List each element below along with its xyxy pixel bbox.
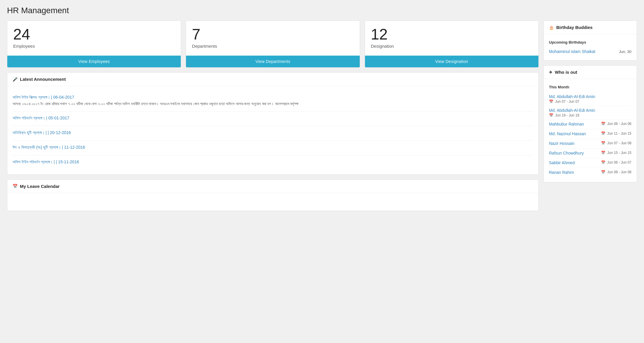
- who-out-month-label: This Month: [549, 84, 631, 89]
- list-item: অতিরিক্ত ছুটি প্রসঙ্গে। | | 20-12-2016: [13, 126, 533, 141]
- send-icon: ✈: [549, 70, 552, 75]
- who-out-item-row: Md. Abdullah-Al-Edi Amin: [549, 108, 631, 113]
- who-is-out-header: ✈ Who is out: [544, 66, 637, 79]
- calendar-small-icon: 📅: [601, 160, 605, 164]
- announcement-link[interactable]: অফিস পরিবর্তন প্রসঙ্গে। | 05-01-2017: [13, 116, 533, 121]
- who-out-dates: 📅 Jun 06 - Jun 07: [601, 160, 631, 164]
- page-wrapper: HR Management 24 Employees View Employee…: [0, 0, 644, 217]
- who-is-out-body: This Month Md. Abdullah-Al-Edi Amin 📅 Ju…: [544, 79, 637, 182]
- who-is-out-panel: ✈ Who is out This Month Md. Abdullah-Al-…: [543, 65, 637, 182]
- birthday-icon: [549, 25, 554, 30]
- departments-number: 7: [192, 27, 354, 42]
- announcement-body: অফিস টাইম ফিক্সড প্রসঙ্গে। | 06-04-2017 …: [7, 86, 538, 174]
- list-item: অফিস টাইম ফিক্সড প্রসঙ্গে। | 06-04-2017 …: [13, 91, 533, 112]
- announcement-link[interactable]: অতিরিক্ত ছুটি প্রসঙ্গে। | | 20-12-2016: [13, 130, 533, 135]
- stat-card-employees-body: 24 Employees: [7, 21, 181, 56]
- who-out-person-name[interactable]: Ranan Rahim: [549, 170, 574, 175]
- who-out-dates: 📅 Jun 07 - Jun 07: [549, 100, 631, 104]
- leave-calendar-panel: 📅 My Leave Calendar: [7, 179, 539, 211]
- announcement-header: Latest Announcement: [7, 73, 538, 86]
- who-is-out-label: Who is out: [555, 70, 577, 75]
- view-designation-button[interactable]: View Designation: [365, 56, 538, 67]
- who-out-item-row: Rafsun Chowdhury 📅 Jun 15 - Jun 15: [549, 151, 631, 156]
- view-departments-button[interactable]: View Departments: [186, 56, 359, 67]
- list-item: Sabbir Ahmed 📅 Jun 06 - Jun 07: [549, 158, 631, 168]
- calendar-small-icon: 📅: [601, 170, 605, 174]
- employees-number: 24: [13, 27, 175, 42]
- who-out-dates: 📅 Jun 19 - Jun 19: [549, 113, 631, 117]
- list-item: Md. Abdullah-Al-Edi Amin 📅 Jun 07 - Jun …: [549, 92, 631, 106]
- who-out-dates: 📅 Jun 07 - Jun 08: [601, 141, 631, 145]
- birthday-entry: Mohaiminul islam Shaikat Jun, 30: [549, 47, 631, 56]
- calendar-small-icon: 📅: [601, 131, 605, 136]
- departments-label: Departments: [192, 44, 354, 49]
- leave-calendar-label: My Leave Calendar: [20, 184, 60, 189]
- list-item: অফিস পরিবর্তন প্রসঙ্গে। | 05-01-2017: [13, 112, 533, 126]
- announcement-link[interactable]: ঈদ এ মিলাদুন্নবী (সঃ) ছুটি প্রসঙ্গে। | 1…: [13, 145, 533, 150]
- list-item: Rafsun Chowdhury 📅 Jun 15 - Jun 15: [549, 149, 631, 158]
- left-col: 24 Employees View Employees 7 Department…: [7, 20, 539, 211]
- stat-card-departments: 7 Departments View Departments: [186, 20, 360, 68]
- who-out-item-row: Mahbubur Rahman 📅 Jun 06 - Jun 06: [549, 122, 631, 127]
- birthday-buddies-body: Upcoming Birthdays Mohaiminul islam Shai…: [544, 34, 637, 60]
- who-out-person-name[interactable]: Md. Nazmul Hassan: [549, 131, 586, 136]
- announcement-link[interactable]: অফিস টাইম ফিক্সড প্রসঙ্গে। | 06-04-2017: [13, 95, 533, 100]
- list-item: Nazir Hossain 📅 Jun 07 - Jun 08: [549, 139, 631, 149]
- designation-label: Designation: [371, 44, 533, 49]
- who-out-item-row: Md. Abdullah-Al-Edi Amin: [549, 94, 631, 100]
- calendar-icon: 📅: [13, 184, 18, 188]
- calendar-small-icon: 📅: [549, 100, 553, 104]
- right-col: Birthday Buddies Upcoming Birthdays Moha…: [543, 20, 637, 182]
- who-out-item-row: Ranan Rahim 📅 Jun 08 - Jun 08: [549, 170, 631, 175]
- stat-card-designation: 12 Designation View Designation: [365, 20, 539, 68]
- calendar-small-icon: 📅: [549, 113, 553, 117]
- announcement-excerpt: আসছে ০৯.০৪.২০১৭ ইং রোজ রবিবার সকাল ৭.০০ …: [13, 101, 533, 107]
- who-out-person-name[interactable]: Mahbubur Rahman: [549, 122, 584, 126]
- main-layout: 24 Employees View Employees 7 Department…: [7, 20, 637, 211]
- employees-label: Employees: [13, 44, 175, 49]
- upcoming-birthdays-label: Upcoming Birthdays: [549, 39, 631, 44]
- list-item: Mahbubur Rahman 📅 Jun 06 - Jun 06: [549, 120, 631, 129]
- who-out-person-name[interactable]: Sabbir Ahmed: [549, 160, 575, 165]
- who-out-person-name[interactable]: Md. Abdullah-Al-Edi Amin: [549, 94, 595, 99]
- announcement-list: অফিস টাইম ফিক্সড প্রসঙ্গে। | 06-04-2017 …: [13, 91, 533, 170]
- birthday-person-name[interactable]: Mohaiminul islam Shaikat: [549, 49, 595, 54]
- view-employees-button[interactable]: View Employees: [7, 56, 181, 67]
- birthday-buddies-label: Birthday Buddies: [556, 25, 593, 30]
- announcement-header-label: Latest Announcement: [20, 77, 66, 82]
- stat-card-designation-body: 12 Designation: [365, 21, 538, 56]
- who-out-dates: 📅 Jun 11 - Jun 15: [601, 131, 631, 136]
- list-item: Md. Nazmul Hassan 📅 Jun 11 - Jun 15: [549, 129, 631, 139]
- who-out-dates: 📅 Jun 06 - Jun 06: [601, 122, 631, 126]
- calendar-small-icon: 📅: [601, 122, 605, 126]
- list-item: অফিস টাইম পরিবর্তন প্রসঙ্গে। | | 15-11-2…: [13, 155, 533, 170]
- birthday-buddies-panel: Birthday Buddies Upcoming Birthdays Moha…: [543, 20, 637, 61]
- birthday-buddies-header: Birthday Buddies: [544, 21, 637, 34]
- who-out-dates: 📅 Jun 08 - Jun 08: [601, 170, 631, 174]
- who-out-item-row: Nazir Hossain 📅 Jun 07 - Jun 08: [549, 141, 631, 146]
- who-out-person-name[interactable]: Md. Abdullah-Al-Edi Amin: [549, 108, 595, 113]
- calendar-small-icon: 📅: [601, 141, 605, 145]
- page-title: HR Management: [7, 6, 637, 15]
- who-out-person-name[interactable]: Nazir Hossain: [549, 141, 574, 146]
- who-out-dates: 📅 Jun 15 - Jun 15: [601, 151, 631, 155]
- list-item: Md. Abdullah-Al-Edi Amin 📅 Jun 19 - Jun …: [549, 106, 631, 120]
- leave-calendar-header: 📅 My Leave Calendar: [7, 180, 538, 193]
- stat-card-employees: 24 Employees View Employees: [7, 20, 181, 68]
- who-out-person-name[interactable]: Rafsun Chowdhury: [549, 151, 584, 155]
- who-out-list: Md. Abdullah-Al-Edi Amin 📅 Jun 07 - Jun …: [549, 92, 631, 177]
- who-out-item-row: Sabbir Ahmed 📅 Jun 06 - Jun 07: [549, 160, 631, 166]
- list-item: ঈদ এ মিলাদুন্নবী (সঃ) ছুটি প্রসঙ্গে। | 1…: [13, 141, 533, 155]
- announcement-panel: Latest Announcement অফিস টাইম ফিক্সড প্র…: [7, 72, 539, 175]
- leave-calendar-body: [7, 193, 538, 211]
- stat-cards-row: 24 Employees View Employees 7 Department…: [7, 20, 539, 68]
- list-item: Ranan Rahim 📅 Jun 08 - Jun 08: [549, 168, 631, 177]
- calendar-small-icon: 📅: [601, 151, 605, 155]
- mic-icon: [13, 77, 18, 82]
- announcement-link[interactable]: অফিস টাইম পরিবর্তন প্রসঙ্গে। | | 15-11-2…: [13, 160, 533, 164]
- designation-number: 12: [371, 27, 533, 42]
- stat-card-departments-body: 7 Departments: [186, 21, 359, 56]
- birthday-date: Jun, 30: [619, 49, 631, 54]
- who-out-item-row: Md. Nazmul Hassan 📅 Jun 11 - Jun 15: [549, 131, 631, 137]
